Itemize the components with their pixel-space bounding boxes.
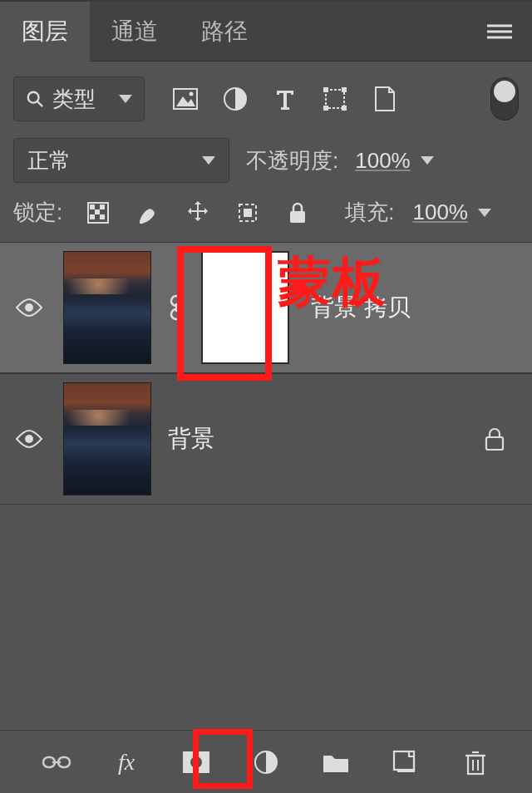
filter-type-icon[interactable] xyxy=(271,85,299,113)
svg-rect-12 xyxy=(323,106,328,111)
adjustment-layer-icon[interactable] xyxy=(249,746,283,779)
fx-icon[interactable]: fx xyxy=(110,746,143,779)
svg-rect-35 xyxy=(394,751,414,770)
chevron-down-icon xyxy=(478,209,491,217)
svg-point-7 xyxy=(190,92,194,96)
svg-rect-10 xyxy=(323,87,328,92)
svg-rect-21 xyxy=(244,209,252,217)
filter-row: 类型 xyxy=(0,62,532,131)
svg-point-23 xyxy=(25,303,33,312)
lock-label: 锁定: xyxy=(13,198,62,227)
svg-rect-11 xyxy=(342,87,347,92)
tab-channels[interactable]: 通道 xyxy=(90,2,180,62)
lock-artboard-icon[interactable] xyxy=(234,199,262,227)
blend-mode-value: 正常 xyxy=(27,146,71,175)
link-layers-icon[interactable] xyxy=(40,746,73,779)
annotation-text: 蒙板 xyxy=(278,246,387,318)
svg-point-27 xyxy=(25,435,33,443)
filter-adjust-icon[interactable] xyxy=(221,85,249,113)
filter-type-select[interactable]: 类型 xyxy=(13,76,145,121)
blend-mode-select[interactable]: 正常 xyxy=(13,138,229,183)
layer-thumbnail[interactable] xyxy=(63,382,151,495)
svg-rect-17 xyxy=(95,209,100,214)
search-icon xyxy=(26,90,44,108)
annotation-box-mask xyxy=(177,246,272,381)
group-icon[interactable] xyxy=(319,746,352,779)
svg-rect-36 xyxy=(468,756,483,774)
svg-rect-15 xyxy=(90,204,95,209)
layer-lock-icon[interactable] xyxy=(484,426,505,451)
eye-icon xyxy=(16,430,42,448)
chevron-down-icon xyxy=(119,95,132,103)
svg-rect-19 xyxy=(100,214,105,219)
filter-image-icon[interactable] xyxy=(171,85,200,113)
svg-rect-13 xyxy=(342,106,347,111)
eye-icon xyxy=(16,298,42,317)
svg-line-4 xyxy=(37,101,42,106)
annotation-box-button xyxy=(193,729,253,789)
svg-rect-16 xyxy=(100,204,105,209)
bottom-toolbar: fx xyxy=(0,730,532,793)
layer-thumbnail[interactable] xyxy=(63,251,151,364)
lock-all-icon[interactable] xyxy=(283,199,312,227)
tab-paths[interactable]: 路径 xyxy=(180,2,269,62)
lock-row: 锁定: 填充: 100% xyxy=(0,191,532,242)
filter-shape-icon[interactable] xyxy=(321,85,349,113)
delete-icon[interactable] xyxy=(459,746,492,779)
svg-rect-22 xyxy=(290,211,305,223)
chevron-down-icon xyxy=(202,156,215,165)
fill-label: 填充: xyxy=(345,198,394,227)
layer-row[interactable]: 背景 xyxy=(0,373,532,505)
lock-pixels-icon[interactable] xyxy=(84,199,112,227)
toggle-knob xyxy=(494,81,515,102)
lock-move-icon[interactable] xyxy=(184,199,212,227)
svg-rect-18 xyxy=(90,214,95,219)
tab-layers[interactable]: 图层 xyxy=(0,2,90,62)
visibility-toggle[interactable] xyxy=(0,298,58,317)
opacity-value[interactable]: 100% xyxy=(355,148,434,174)
svg-rect-28 xyxy=(486,437,503,450)
svg-rect-9 xyxy=(326,90,344,108)
visibility-toggle[interactable] xyxy=(0,430,58,448)
layer-name[interactable]: 背景 xyxy=(168,423,214,455)
panel-tabs: 图层 通道 路径 xyxy=(0,2,532,62)
blend-row: 正常 不透明度: 100% xyxy=(0,131,532,191)
filter-type-label: 类型 xyxy=(52,85,96,114)
svg-point-3 xyxy=(28,92,39,103)
lock-brush-icon[interactable] xyxy=(134,199,162,227)
svg-marker-6 xyxy=(176,96,195,106)
filter-toggle[interactable] xyxy=(490,77,519,121)
panel-menu-icon[interactable] xyxy=(467,24,532,39)
new-layer-icon[interactable] xyxy=(389,746,422,779)
filter-smart-icon[interactable] xyxy=(371,85,399,113)
chevron-down-icon xyxy=(421,156,434,165)
fill-value[interactable]: 100% xyxy=(412,199,491,225)
opacity-label: 不透明度: xyxy=(246,146,338,175)
